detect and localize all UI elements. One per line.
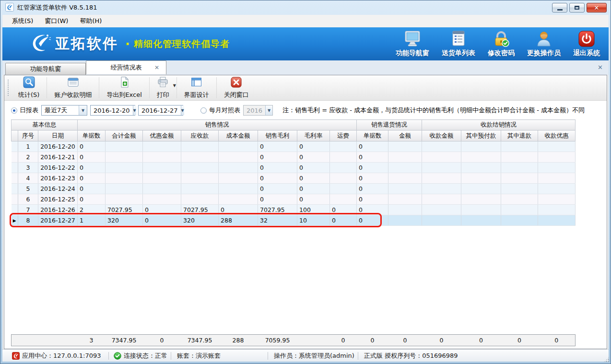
daily-report-label: 日报表 bbox=[20, 106, 38, 115]
cell bbox=[461, 173, 501, 184]
brand-logo-icon bbox=[29, 33, 51, 55]
row-indicator bbox=[12, 141, 18, 152]
content-panel: 统计(S)账户收款明细导出到Excel▼打印界面设计关闭窗口 日报表 最近7天▼… bbox=[4, 75, 607, 349]
cell: 1 bbox=[78, 215, 106, 226]
toolbar-button-ui-design[interactable]: 界面设计 bbox=[177, 75, 216, 100]
total-cell: 0 bbox=[330, 335, 357, 346]
toolbar: 统计(S)账户收款明细导出到Excel▼打印界面设计关闭窗口 bbox=[4, 75, 607, 101]
date-to-select[interactable]: 2016-12-27▼ bbox=[138, 105, 183, 116]
table-row[interactable]: 32016-12-220000 bbox=[12, 163, 576, 173]
table-row[interactable]: 22016-12-210000 bbox=[12, 152, 576, 163]
tabstrip-close-icon[interactable]: ✕ bbox=[598, 64, 603, 71]
monthly-compare-label: 每月对照表 bbox=[209, 106, 240, 115]
table-row[interactable]: ▶82016-12-2713200320288321000 bbox=[12, 215, 576, 226]
banner-action-label: 送货单列表 bbox=[442, 49, 475, 58]
minimize-button[interactable] bbox=[552, 3, 567, 12]
cell bbox=[461, 194, 501, 205]
cell: 100 bbox=[297, 205, 330, 215]
toolbar-button-close-window[interactable]: 关闭窗口 bbox=[217, 75, 256, 100]
column-header: 其中退款 bbox=[501, 130, 538, 141]
cell bbox=[143, 173, 181, 184]
total-cell bbox=[38, 335, 78, 346]
cell bbox=[422, 141, 461, 152]
column-header bbox=[12, 130, 18, 141]
cell bbox=[501, 205, 538, 215]
status-item-1: 连接状态：正常 bbox=[109, 352, 171, 360]
menu-item-2[interactable]: 帮助(H) bbox=[74, 15, 107, 27]
table-row[interactable]: 12016-12-200000 bbox=[12, 141, 576, 152]
date-preset-select[interactable]: 最近7天▼ bbox=[41, 105, 87, 116]
toolbar-button-label: 导出到Excel bbox=[106, 91, 141, 99]
cell bbox=[219, 163, 258, 173]
maximize-button[interactable] bbox=[569, 3, 585, 12]
cell bbox=[461, 163, 501, 173]
cell bbox=[388, 205, 422, 215]
cell: 2016-12-21 bbox=[38, 152, 78, 163]
toolbar-button-label: 关闭窗口 bbox=[224, 91, 249, 99]
banner-action-power[interactable]: 退出系统 bbox=[573, 31, 600, 58]
table-row[interactable]: 52016-12-240000 bbox=[12, 184, 576, 194]
tab-close-icon[interactable]: ✕ bbox=[154, 64, 159, 71]
column-header: 单据数 bbox=[78, 130, 106, 141]
cell bbox=[330, 163, 357, 173]
tab-1[interactable]: 经营情况表✕ bbox=[86, 60, 166, 74]
cell bbox=[388, 152, 422, 163]
column-group-header: 基本信息 bbox=[12, 120, 78, 130]
cell bbox=[219, 152, 258, 163]
report-grid: 基本信息销售情况销售退货情况收款结销情况序号日期单据数合计金额优惠金额应收款成本… bbox=[11, 119, 576, 226]
cell bbox=[330, 194, 357, 205]
tab-label: 经营情况表 bbox=[111, 63, 142, 72]
tab-0[interactable]: 功能导航窗 bbox=[5, 63, 86, 75]
cell bbox=[388, 184, 422, 194]
cell: 0 bbox=[258, 173, 297, 184]
cell: 2016-12-24 bbox=[38, 184, 78, 194]
column-header: 单据数 bbox=[357, 130, 388, 141]
monthly-compare-radio[interactable] bbox=[200, 107, 207, 114]
menu-item-1[interactable]: 窗口(W) bbox=[39, 15, 74, 27]
banner-action-monitor[interactable]: 功能导航窗 bbox=[396, 31, 429, 58]
status-label: 正式版 授权序列号：051696989 bbox=[364, 352, 458, 360]
year-select[interactable]: 2016▼ bbox=[243, 105, 273, 116]
cell bbox=[388, 173, 422, 184]
cell bbox=[219, 184, 258, 194]
status-item-4: 正式版 授权序列号：051696989 bbox=[358, 352, 458, 360]
column-header: 其中预付款 bbox=[461, 130, 501, 141]
cell: 0 bbox=[78, 152, 106, 163]
toolbar-button-stats[interactable]: 统计(S) bbox=[11, 75, 47, 100]
cell bbox=[538, 184, 576, 194]
banner-action-switch-user[interactable]: 更换操作员 bbox=[527, 31, 561, 58]
menu-item-0[interactable]: 系统(S) bbox=[6, 15, 39, 27]
client-area: 系统(S)窗口(W)帮助(H) 亚拓软件 · 精细化管理软件倡导者 功能导航窗送… bbox=[2, 15, 609, 362]
cell bbox=[422, 194, 461, 205]
print-icon bbox=[157, 76, 169, 90]
banner-action-password-lock[interactable]: 修改密码 bbox=[488, 31, 515, 58]
toolbar-grip-handle[interactable] bbox=[7, 79, 9, 96]
toolbar-button-account-detail[interactable]: 账户收款明细 bbox=[47, 75, 99, 100]
toolbar-button-export-excel[interactable]: 导出到Excel bbox=[99, 75, 149, 100]
cell bbox=[461, 141, 501, 152]
table-row[interactable]: 62016-12-250000 bbox=[12, 194, 576, 205]
switch-user-icon bbox=[535, 31, 553, 48]
banner-action-delivery-list[interactable]: 送货单列表 bbox=[442, 31, 475, 58]
cell: 7 bbox=[18, 205, 38, 215]
daily-report-radio[interactable] bbox=[11, 107, 17, 114]
cell: 0 bbox=[357, 215, 388, 226]
column-header: 金额 bbox=[388, 130, 422, 141]
total-cell: 7347.95 bbox=[106, 335, 143, 346]
date-from-select[interactable]: 2016-12-20▼ bbox=[90, 105, 135, 116]
toolbar-button-print[interactable]: ▼打印 bbox=[150, 75, 176, 100]
close-button[interactable]: ✕ bbox=[587, 3, 607, 12]
cell bbox=[106, 184, 143, 194]
dropdown-arrow-icon[interactable]: ▼ bbox=[173, 83, 176, 88]
row-indicator bbox=[12, 173, 18, 184]
cell bbox=[538, 173, 576, 184]
window-title: 红管家送货单软件 V8.5.181 bbox=[17, 3, 97, 12]
banner-action-label: 更换操作员 bbox=[527, 49, 561, 58]
cell bbox=[219, 173, 258, 184]
table-row[interactable]: 72016-12-2627027.9507027.9507027.9510000 bbox=[12, 205, 576, 215]
column-header: 成本金额 bbox=[219, 130, 258, 141]
cell bbox=[538, 163, 576, 173]
toolbar-button-label: 统计(S) bbox=[18, 91, 39, 99]
table-row[interactable]: 42016-12-230000 bbox=[12, 173, 576, 184]
cell: 0 bbox=[357, 184, 388, 194]
